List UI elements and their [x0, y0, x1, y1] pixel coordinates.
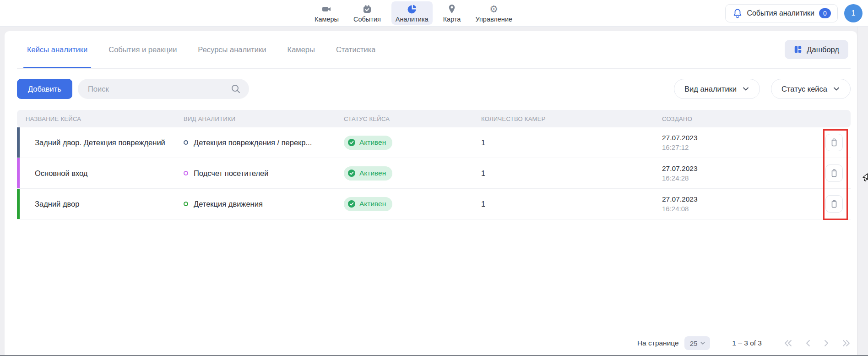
nav-item-label: События	[353, 16, 381, 23]
per-page-control: На странице 25	[637, 336, 710, 350]
delete-case-button[interactable]	[825, 164, 843, 182]
camera-icon	[321, 4, 332, 15]
check-circle-icon	[347, 169, 356, 177]
tabs: Кейсы аналитики События и реакции Ресурс…	[26, 32, 377, 68]
chevron-down-icon	[742, 85, 749, 93]
analytics-type-icon	[184, 202, 188, 206]
status-badge: Активен	[344, 166, 392, 181]
calendar-check-icon	[362, 4, 373, 15]
analytics-page-card: Кейсы аналитики События и реакции Ресурс…	[5, 31, 857, 356]
scrollbar-track[interactable]	[857, 27, 868, 356]
last-page-button[interactable]	[841, 340, 851, 347]
search-box[interactable]	[78, 79, 249, 99]
chevron-right-icon	[823, 340, 830, 347]
gear-icon: ⚙	[489, 4, 498, 15]
delete-case-button[interactable]	[825, 134, 843, 151]
top-navigation-bar: Камеры События Аналитика Карта ⚙ Управле…	[0, 0, 868, 27]
tab-statistics[interactable]: Статистика	[335, 32, 377, 68]
delete-case-button[interactable]	[825, 195, 843, 213]
case-name: Задний двор. Детекция повреждений	[17, 138, 175, 147]
nav-item-cameras[interactable]: Камеры	[310, 1, 343, 25]
first-page-button[interactable]	[784, 340, 793, 347]
pagination-range: 1 – 3 of 3	[732, 339, 762, 347]
dashboard-button[interactable]: Дашборд	[785, 40, 848, 59]
dashboard-button-label: Дашборд	[807, 45, 839, 54]
nav-item-label: Управление	[475, 16, 512, 23]
nav-item-events[interactable]: События	[349, 1, 385, 25]
analytics-type-label: Детекция повреждения / перекр...	[194, 138, 312, 147]
analytics-type-cell: Детекция движения	[175, 200, 335, 208]
nav-item-label: Аналитика	[396, 16, 429, 23]
case-name: Задний двор	[17, 200, 175, 208]
pagination-footer: На странице 25 1 – 3 of 3	[17, 334, 851, 352]
bell-icon	[733, 8, 742, 18]
header-created: СОЗДАНО	[653, 115, 804, 122]
analytics-events-button[interactable]: События аналитики 0	[725, 4, 838, 22]
status-cell: Активен	[335, 136, 472, 150]
double-chevron-left-icon	[784, 340, 793, 347]
analytics-type-filter[interactable]: Вид аналитики	[674, 79, 760, 99]
tab-analytics-resources[interactable]: Ресурсы аналитики	[197, 32, 267, 68]
row-accent-bar	[17, 127, 20, 158]
created-time: 16:24:28	[662, 174, 689, 182]
cameras-count: 1	[472, 169, 653, 178]
created-cell: 27.07.2023 16:24:28	[653, 164, 804, 182]
prev-page-button[interactable]	[805, 340, 811, 347]
nav-item-label: Камеры	[315, 16, 339, 23]
events-count-badge: 0	[819, 8, 831, 18]
nav-item-management[interactable]: ⚙ Управление	[471, 1, 516, 25]
tab-analytics-cases[interactable]: Кейсы аналитики	[26, 32, 88, 68]
cases-table: НАЗВАНИЕ КЕЙСА ВИД АНАЛИТИКИ СТАТУС КЕЙС…	[17, 110, 851, 219]
trash-icon	[830, 199, 838, 208]
analytics-type-label: Подсчет посетителей	[194, 169, 269, 178]
nav-item-analytics[interactable]: Аналитика	[391, 1, 433, 25]
double-chevron-right-icon	[841, 340, 851, 347]
status-badge: Активен	[344, 136, 392, 150]
created-date: 27.07.2023	[662, 195, 698, 203]
nav-item-map[interactable]: Карта	[439, 1, 465, 25]
filters: Вид аналитики Статус кейса	[674, 79, 851, 99]
analytics-type-cell: Подсчет посетителей	[175, 169, 335, 178]
row-accent-bar	[17, 158, 20, 188]
user-avatar[interactable]: 1	[844, 4, 863, 22]
created-cell: 27.07.2023 16:27:12	[653, 134, 804, 151]
per-page-value: 25	[690, 340, 698, 347]
case-status-filter[interactable]: Статус кейса	[771, 79, 851, 99]
search-input[interactable]	[88, 85, 231, 93]
status-cell: Активен	[335, 197, 472, 211]
cameras-count: 1	[472, 200, 653, 208]
header-analytics-type: ВИД АНАЛИТИКИ	[175, 115, 335, 122]
check-circle-icon	[347, 200, 356, 208]
status-label: Активен	[359, 138, 386, 147]
table-row[interactable]: Задний двор Детекция движения Активен 1 …	[17, 189, 851, 219]
actions-cell	[804, 195, 851, 213]
pie-chart-icon	[407, 4, 418, 15]
analytics-type-cell: Детекция повреждения / перекр...	[175, 138, 335, 147]
per-page-select[interactable]: 25	[684, 336, 711, 350]
next-page-button[interactable]	[823, 340, 830, 347]
header-case-name: НАЗВАНИЕ КЕЙСА	[17, 115, 175, 122]
trash-icon	[830, 138, 838, 147]
header-case-status: СТАТУС КЕЙСА	[335, 115, 472, 122]
actions-cell	[804, 164, 851, 182]
created-time: 16:24:08	[662, 205, 689, 213]
tab-cameras[interactable]: Камеры	[287, 32, 316, 68]
chevron-down-icon	[833, 85, 840, 93]
add-case-button[interactable]: Добавить	[17, 79, 72, 99]
table-header-row: НАЗВАНИЕ КЕЙСА ВИД АНАЛИТИКИ СТАТУС КЕЙС…	[17, 110, 851, 127]
chevron-left-icon	[805, 340, 811, 347]
trash-icon	[830, 169, 838, 178]
table-row[interactable]: Основной вход Подсчет посетителей Активе…	[17, 158, 851, 189]
row-accent-bar	[17, 189, 20, 219]
case-name: Основной вход	[17, 169, 175, 178]
search-icon	[231, 84, 241, 94]
created-cell: 27.07.2023 16:24:08	[653, 195, 804, 213]
analytics-type-icon	[184, 171, 188, 175]
toolbar: Добавить Вид аналитики Статус кейса	[17, 79, 851, 99]
dashboard-grid-icon	[794, 45, 802, 54]
status-label: Активен	[359, 169, 386, 177]
created-date: 27.07.2023	[662, 164, 698, 173]
status-badge: Активен	[344, 197, 392, 211]
table-row[interactable]: Задний двор. Детекция повреждений Детекц…	[17, 127, 851, 158]
tab-events-reactions[interactable]: События и реакции	[108, 32, 178, 68]
